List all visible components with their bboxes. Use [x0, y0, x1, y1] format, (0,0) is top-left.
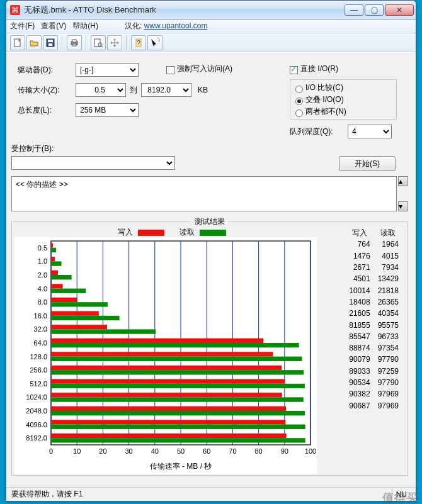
svg-text:8192.0: 8192.0 — [26, 434, 47, 442]
watermark-text: 值得买 — [382, 492, 418, 503]
localization-credit: 汉化: www.upantool.com — [125, 21, 207, 31]
svg-rect-63 — [51, 311, 99, 315]
svg-rect-78 — [51, 411, 305, 415]
legend-read-swatch — [200, 230, 226, 236]
save-file-icon[interactable] — [43, 35, 58, 50]
svg-rect-2 — [48, 40, 53, 42]
io-compare-radio[interactable] — [295, 86, 303, 93]
results-group: 测试结果 写入 读取 01020304050607080901000.51.02… — [11, 221, 408, 476]
menu-help[interactable]: 帮助(H) — [72, 21, 98, 31]
svg-text:100: 100 — [305, 447, 316, 455]
controlled-by-label: 受控制于(B): — [11, 143, 54, 154]
svg-rect-61 — [51, 298, 77, 302]
svg-text:30: 30 — [125, 447, 132, 455]
svg-rect-65 — [51, 325, 107, 329]
svg-rect-72 — [51, 370, 304, 374]
help-icon[interactable]: ? — [131, 35, 146, 50]
table-row: 1840826365 — [345, 296, 402, 308]
results-chart: 01020304050607080901000.51.02.04.08.016.… — [14, 237, 317, 474]
col-write-header: 写入 — [345, 227, 374, 238]
legend-write-label: 写入 — [118, 227, 133, 238]
minimize-button[interactable]: — — [345, 4, 363, 16]
svg-text:16.0: 16.0 — [34, 312, 47, 320]
results-legend: 测试结果 — [191, 216, 229, 227]
svg-rect-75 — [51, 393, 282, 397]
move-icon[interactable] — [107, 35, 122, 50]
menu-view[interactable]: 查看(V) — [41, 21, 66, 31]
overlapped-io-radio[interactable] — [295, 98, 303, 105]
svg-text:40: 40 — [151, 447, 159, 455]
description-box[interactable]: << 你的描述 >> — [11, 176, 397, 211]
results-table: 写入 读取 7641964147640152671793445011342910… — [345, 227, 402, 412]
print-preview-icon[interactable] — [91, 35, 106, 50]
new-file-icon[interactable] — [10, 35, 25, 50]
svg-rect-77 — [51, 406, 286, 411]
svg-rect-81 — [51, 434, 287, 438]
maximize-button[interactable]: ▢ — [365, 4, 384, 16]
controlled-by-select[interactable] — [11, 156, 175, 170]
svg-text:50: 50 — [177, 447, 185, 455]
transfer-size-label: 传输大小(Z): — [18, 85, 76, 96]
svg-rect-62 — [51, 302, 108, 306]
table-row: 9053497790 — [345, 377, 402, 388]
svg-text:70: 70 — [229, 447, 236, 455]
col-read-header: 读取 — [374, 227, 402, 238]
table-row: 8185595575 — [345, 319, 402, 330]
table-row: 9068797969 — [345, 400, 402, 411]
svg-text:64.0: 64.0 — [34, 339, 47, 347]
open-file-icon[interactable] — [26, 35, 42, 50]
chart-legend: 写入 读取 — [118, 227, 226, 238]
context-help-icon[interactable]: ? — [147, 35, 163, 50]
svg-text:4096.0: 4096.0 — [26, 421, 47, 428]
svg-text:0.5: 0.5 — [38, 244, 47, 252]
close-button[interactable]: ✕ — [385, 4, 414, 16]
drive-select[interactable]: [-g-] — [76, 63, 139, 77]
table-row: 8554796733 — [345, 331, 402, 342]
print-icon[interactable] — [67, 35, 82, 50]
svg-rect-73 — [51, 379, 285, 383]
svg-rect-6 — [72, 44, 76, 46]
menubar: 文件(F) 查看(V) 帮助(H) 汉化: www.upantool.com — [6, 20, 416, 33]
direct-io-checkbox[interactable] — [290, 66, 298, 74]
svg-text:10: 10 — [73, 447, 81, 455]
svg-rect-80 — [51, 425, 305, 429]
svg-text:0: 0 — [49, 447, 53, 455]
transfer-max-select[interactable]: 8192.0 — [141, 83, 191, 97]
table-row: 9038297969 — [345, 388, 402, 400]
total-length-label: 总长度(L): — [18, 105, 76, 116]
svg-text:2.0: 2.0 — [38, 271, 47, 279]
neither-radio[interactable] — [295, 109, 303, 117]
legend-write-swatch — [138, 230, 164, 236]
svg-rect-60 — [51, 289, 86, 293]
table-row: 14764015 — [345, 250, 402, 262]
svg-rect-70 — [51, 357, 302, 361]
svg-text:4.0: 4.0 — [38, 285, 47, 293]
menu-file[interactable]: 文件(F) — [10, 21, 35, 31]
titlebar[interactable]: ⌘ 无标题.bmk - ATTO Disk Benchmark — ▢ ✕ — [6, 1, 416, 20]
start-button[interactable]: 开始(S) — [339, 156, 396, 171]
localization-link[interactable]: www.upantool.com — [144, 21, 208, 30]
svg-rect-56 — [51, 261, 62, 266]
svg-rect-74 — [51, 384, 305, 388]
svg-rect-5 — [72, 40, 76, 42]
queue-depth-select[interactable]: 4 — [348, 125, 392, 138]
scroll-up-icon[interactable]: ▴ — [398, 176, 408, 186]
svg-rect-76 — [51, 397, 304, 401]
kb-label: KB — [198, 86, 208, 94]
table-row: 8887497354 — [345, 342, 402, 354]
svg-text:32.0: 32.0 — [34, 325, 47, 333]
svg-text:60: 60 — [203, 447, 210, 455]
force-write-checkbox[interactable] — [166, 66, 174, 74]
total-length-select[interactable]: 256 MB — [76, 103, 139, 117]
transfer-min-select[interactable]: 0.5 — [76, 83, 126, 97]
svg-rect-68 — [51, 343, 299, 347]
svg-rect-57 — [51, 271, 58, 275]
force-write-label: 强制写入访问(A) — [177, 64, 232, 74]
svg-text:256.0: 256.0 — [30, 366, 47, 374]
table-row: 26717934 — [345, 262, 402, 273]
scroll-down-icon[interactable]: ▾ — [398, 201, 408, 211]
window-title: 无标题.bmk - ATTO Disk Benchmark — [24, 4, 156, 16]
drive-label: 驱动器(D): — [18, 65, 76, 76]
svg-text:?: ? — [137, 40, 140, 47]
status-text: 要获得帮助，请按 F1 — [11, 489, 83, 500]
